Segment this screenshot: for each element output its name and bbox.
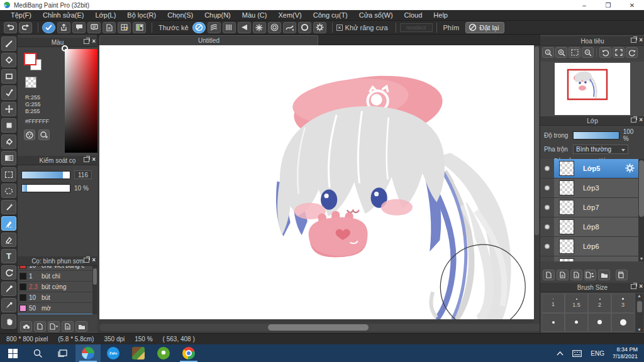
brush-size-option[interactable]: [541, 313, 565, 332]
restore-button[interactable]: ❐: [596, 0, 620, 10]
menu-cloud[interactable]: Cloud: [399, 11, 428, 19]
menu-layer[interactable]: Lớp(L): [89, 11, 121, 19]
brush-list-scrollbar[interactable]: [92, 266, 97, 314]
brush-size-option[interactable]: [611, 313, 635, 332]
layer-visibility-toggle[interactable]: [540, 159, 554, 178]
layer-item[interactable]: Lớp4: [540, 256, 638, 261]
brush-size-option[interactable]: [565, 313, 588, 332]
ruler-off-button[interactable]: [192, 22, 206, 33]
layer-visibility-toggle[interactable]: [540, 217, 554, 236]
layer-visibility-toggle[interactable]: [540, 198, 554, 217]
search-button[interactable]: [25, 344, 50, 362]
brush-item[interactable]: 1 bút chì: [18, 271, 92, 282]
popout-icon[interactable]: [631, 38, 636, 43]
zoom-100-button[interactable]: 1: [542, 47, 554, 58]
add-8bit-layer-button[interactable]: 8: [557, 270, 569, 280]
popout-icon[interactable]: [631, 118, 636, 123]
gradient-tool[interactable]: [1, 151, 16, 165]
brush-size-option[interactable]: [588, 313, 611, 332]
cloud-save-button[interactable]: [42, 22, 55, 33]
transparent-swatch[interactable]: [25, 77, 36, 88]
foreground-color-swatch[interactable]: [24, 53, 36, 65]
bucket-tool[interactable]: [1, 134, 16, 149]
brush-size-option[interactable]: 1: [541, 293, 565, 313]
menu-filter[interactable]: Bộ lọc(R): [121, 11, 162, 19]
undo-button[interactable]: [4, 22, 17, 33]
fit-screen-button[interactable]: [569, 47, 580, 58]
lasso-tool[interactable]: [1, 184, 16, 198]
navigator-preview[interactable]: [540, 62, 644, 116]
menu-color[interactable]: Màu (C): [236, 11, 273, 19]
close-icon[interactable]: ×: [92, 157, 96, 162]
menu-view[interactable]: Xem(V): [272, 11, 307, 19]
close-icon[interactable]: ×: [92, 258, 96, 263]
start-button[interactable]: [0, 344, 25, 362]
ruler-concentric-button[interactable]: [268, 22, 281, 33]
taskbar-zalo[interactable]: Zalo: [101, 344, 126, 362]
taskbar-clock[interactable]: 8:34 PM 7/18/2021: [609, 346, 644, 360]
brush-item[interactable]: 10 bút: [18, 292, 92, 303]
brush-size-option[interactable]: 3: [611, 293, 635, 313]
brush-item[interactable]: 2.3 bút cứng: [18, 282, 92, 292]
minimize-button[interactable]: –: [572, 0, 596, 10]
ruler-grid-button[interactable]: [223, 22, 236, 33]
palette-button[interactable]: [24, 129, 35, 140]
ruler-vanishing-button[interactable]: [238, 22, 251, 33]
reset-view-button[interactable]: [613, 47, 625, 58]
scroll-up-icon[interactable]: ▲: [637, 293, 641, 298]
canvas-vertical-scrollbar[interactable]: [534, 45, 540, 324]
task-view-button[interactable]: [50, 344, 75, 362]
redo-button[interactable]: [19, 22, 32, 33]
eyedropper-tool[interactable]: [1, 282, 16, 296]
close-icon[interactable]: ×: [639, 38, 643, 43]
popout-icon[interactable]: [84, 39, 89, 44]
menu-help[interactable]: Help: [428, 11, 453, 19]
magic-wand-tool[interactable]: [1, 200, 16, 214]
scroll-down-icon[interactable]: ▼: [637, 327, 641, 332]
div-tool[interactable]: [1, 298, 16, 312]
antialias-checkbox[interactable]: ×: [336, 25, 343, 31]
menu-edit[interactable]: Chỉnh sửa(E): [37, 11, 89, 19]
shape-tool[interactable]: [1, 69, 16, 84]
comment-button[interactable]: [72, 22, 86, 33]
sv-picker-handle[interactable]: [62, 45, 68, 52]
chat-button[interactable]: [87, 22, 101, 33]
layer-folder-button[interactable]: [598, 270, 610, 280]
layer-visibility-toggle[interactable]: [540, 237, 554, 256]
brush-folder-button[interactable]: [75, 321, 87, 332]
palette-add-button[interactable]: [38, 129, 50, 140]
add-1bit-layer-button[interactable]: 1: [570, 270, 582, 280]
layer-visibility-toggle[interactable]: [540, 178, 554, 197]
layer-item-selected[interactable]: Lớp5: [540, 159, 638, 178]
brush-opacity-slider[interactable]: [21, 184, 70, 192]
brush-item[interactable]: 50 mờ: [18, 303, 92, 314]
layer-list-scrollbar[interactable]: ▼: [638, 159, 644, 261]
add-special-layer-button[interactable]: [584, 270, 596, 280]
brush-new-dropdown-button[interactable]: [48, 321, 60, 332]
tray-chevron[interactable]: [552, 344, 568, 362]
fill-rect-tool[interactable]: [1, 118, 16, 133]
popout-icon[interactable]: [84, 258, 89, 263]
ruler-settings-button[interactable]: [313, 22, 326, 33]
hand-tool[interactable]: [1, 314, 16, 329]
blend-mode-dropdown[interactable]: Bình thường: [573, 145, 628, 154]
select-tool[interactable]: [1, 167, 16, 182]
ruler-parallel-button[interactable]: [208, 22, 221, 33]
move-tool[interactable]: [1, 102, 16, 116]
brush-size-slider[interactable]: [21, 171, 70, 179]
brush-size-option[interactable]: 2: [588, 293, 611, 313]
select-eraser-tool[interactable]: [1, 233, 16, 247]
rotate-right-button[interactable]: [626, 47, 638, 58]
layer-settings-gear-icon[interactable]: [625, 163, 635, 173]
taskbar-medibang[interactable]: [75, 344, 101, 362]
layout-button[interactable]: [133, 22, 146, 33]
reset-button[interactable]: Đặt lại: [465, 22, 504, 33]
curve-tool[interactable]: [1, 85, 16, 100]
language-indicator[interactable]: ENG: [586, 344, 609, 362]
zoom-in-button[interactable]: [555, 47, 567, 58]
document-button[interactable]: [103, 22, 116, 33]
menu-window[interactable]: Cửa sổ(W): [353, 11, 399, 19]
rotate-left-button[interactable]: [599, 47, 611, 58]
rotate-view-tool[interactable]: [1, 265, 16, 280]
scroll-down-icon[interactable]: ▼: [638, 256, 644, 261]
